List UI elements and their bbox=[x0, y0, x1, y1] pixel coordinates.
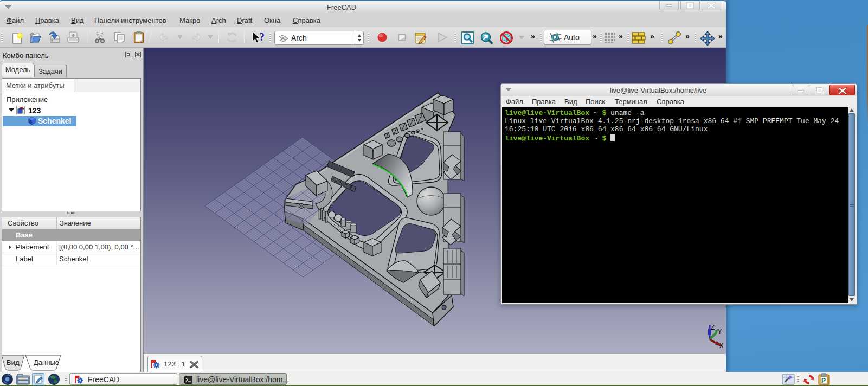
svg-text:?: ? bbox=[259, 31, 265, 43]
svg-text:Y: Y bbox=[718, 329, 722, 336]
svg-text:X: X bbox=[719, 343, 723, 350]
svg-text:P: P bbox=[821, 377, 826, 384]
svg-text:Данные: Данные bbox=[34, 358, 59, 366]
svg-text:Вид: Вид bbox=[7, 358, 20, 366]
svg-text:Z: Z bbox=[711, 324, 715, 332]
